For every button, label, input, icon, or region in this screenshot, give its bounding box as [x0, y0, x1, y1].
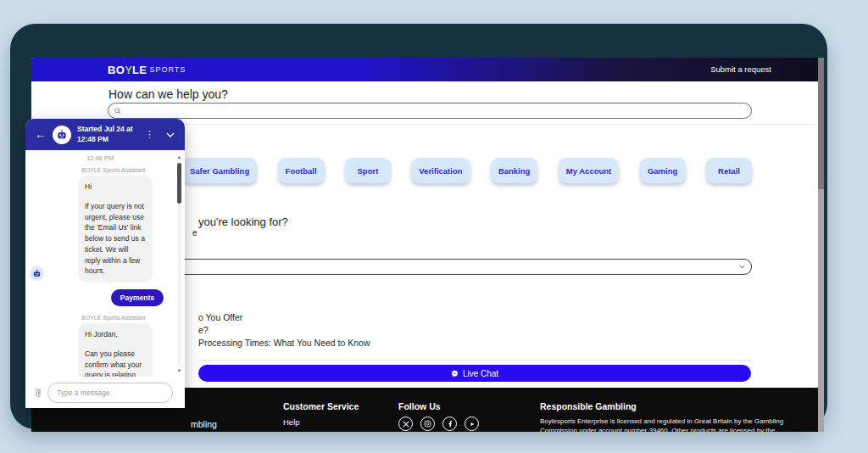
promoted-article-link[interactable]: e? — [198, 324, 370, 337]
customer-service-heading: Customer Service — [283, 401, 359, 411]
category-sport[interactable]: Sport — [345, 158, 391, 183]
query-type-select[interactable] — [108, 259, 752, 275]
footer-customer-service-column: Customer Service Help — [283, 388, 359, 427]
message-text: Hi — [85, 182, 146, 193]
responsible-gambling-heading: Responsible Gambling — [540, 401, 818, 411]
instagram-icon[interactable] — [420, 417, 435, 431]
category-retail[interactable]: Retail — [706, 158, 752, 183]
assistant-label: BOYLE Sports Assistant — [81, 167, 175, 173]
promoted-article-link[interactable]: o You Offer — [198, 311, 370, 324]
logo-text-le: LE — [132, 64, 147, 76]
lookup-text-fragment: e — [192, 228, 198, 238]
footer-gambling-link[interactable]: mbling — [191, 419, 217, 429]
kebab-menu-icon[interactable]: ⋮ — [145, 129, 154, 140]
category-row: Safer Gambling Football Sport Verificati… — [182, 158, 752, 183]
promoted-article-link[interactable]: Processing Times: What You Need to Know — [198, 337, 370, 350]
page-scrollbar-thumb[interactable] — [818, 58, 824, 189]
facebook-icon[interactable] — [442, 417, 457, 431]
live-chat-button[interactable]: Live Chat — [198, 365, 751, 382]
live-chat-label: Live Chat — [463, 369, 498, 378]
follow-us-heading: Follow Us — [398, 401, 479, 411]
boylesports-logo: BOYLE SPORTS — [108, 58, 186, 81]
screenshot-stage: BOYLE SPORTS Submit a request How can we… — [0, 0, 868, 453]
chat-title-line1: Started Jul 24 at — [77, 125, 133, 133]
paperclip-icon[interactable] — [34, 387, 42, 399]
robot-icon — [56, 129, 68, 141]
footer-responsible-gambling-column: Responsible Gambling Boylesports Enterpr… — [540, 388, 818, 432]
search-icon — [114, 108, 121, 115]
logo-text-sports: SPORTS — [149, 65, 186, 74]
chat-widget: ← Started Jul 24 at 12:48 PM ⋮ 12:48 PM … — [25, 119, 185, 408]
message-text: Hi Jordan, — [85, 329, 146, 340]
chat-header: ← Started Jul 24 at 12:48 PM ⋮ — [25, 119, 185, 150]
chat-scrollbar[interactable]: ▲ ▼ — [176, 154, 182, 373]
chat-timestamp: 12:48 PM — [25, 154, 175, 162]
user-reply-payments[interactable]: Payments — [111, 289, 164, 306]
chat-scrollbar-thumb[interactable] — [177, 163, 181, 204]
message-text: If your query is not urgent, please use … — [85, 201, 146, 277]
help-link[interactable]: Help — [283, 417, 359, 427]
assistant-message: BOYLE Sports Assistant Hi Jordan, Can yo… — [25, 315, 175, 377]
page-title: How can we help you? — [108, 87, 228, 101]
assistant-message: BOYLE Sports Assistant Hi If your query … — [25, 167, 175, 282]
category-safer-gambling[interactable]: Safer Gambling — [182, 158, 257, 183]
license-line-2: Commission under account number 39460. O… — [540, 427, 775, 432]
contact-divider — [198, 360, 751, 361]
message-bubble: Hi If your query is not urgent, please u… — [78, 176, 153, 282]
youtube-icon[interactable] — [465, 417, 479, 431]
category-gaming[interactable]: Gaming — [640, 158, 686, 183]
chat-title-line2: 12:48 PM — [77, 135, 108, 143]
chat-bubble-icon — [451, 370, 459, 378]
category-verification[interactable]: Verification — [411, 158, 470, 183]
chevron-down-icon — [739, 265, 745, 269]
logo-accent-y: Y — [125, 64, 132, 76]
message-bubble: Hi Jordan, Can you please confirm what y… — [78, 323, 153, 377]
social-icons-row — [398, 417, 479, 431]
category-banking[interactable]: Banking — [491, 158, 537, 183]
message-text: Can you please confirm what your query i… — [85, 349, 146, 377]
submit-request-link[interactable]: Submit a request — [710, 64, 771, 74]
logo-text-bo: BO — [108, 64, 125, 76]
lookup-question: you're looking for? — [198, 215, 288, 228]
bot-avatar — [30, 266, 44, 281]
category-my-account[interactable]: My Account — [559, 158, 619, 183]
search-input[interactable] — [108, 103, 752, 119]
robot-icon — [32, 269, 42, 278]
chat-session-title: Started Jul 24 at 12:48 PM — [77, 125, 133, 144]
bot-avatar — [53, 126, 71, 144]
minimize-chevron-icon[interactable] — [166, 132, 175, 137]
chat-input-row — [25, 377, 185, 408]
assistant-label: BOYLE Sports Assistant — [81, 315, 175, 321]
user-reply-row: Payments — [25, 289, 175, 306]
chat-message-area: 12:48 PM BOYLE Sports Assistant Hi If yo… — [25, 150, 175, 377]
promoted-articles: o You Offer e? Processing Times: What Yo… — [198, 311, 370, 350]
category-football[interactable]: Football — [278, 158, 325, 183]
scroll-down-arrow-icon[interactable]: ▼ — [176, 368, 182, 373]
scroll-up-arrow-icon[interactable]: ▲ — [176, 154, 182, 159]
license-line-1: Boylesports Enterprise is licensed and r… — [540, 417, 783, 425]
chat-message-input[interactable] — [47, 383, 173, 403]
back-arrow-icon[interactable]: ← — [35, 128, 46, 141]
footer-follow-us-column: Follow Us — [398, 388, 479, 431]
top-navigation-bar: BOYLE SPORTS Submit a request — [31, 58, 818, 81]
license-text: Boylesports Enterprise is licensed and r… — [540, 417, 818, 432]
x-twitter-icon[interactable] — [398, 417, 413, 431]
page-scrollbar[interactable] — [818, 58, 824, 432]
